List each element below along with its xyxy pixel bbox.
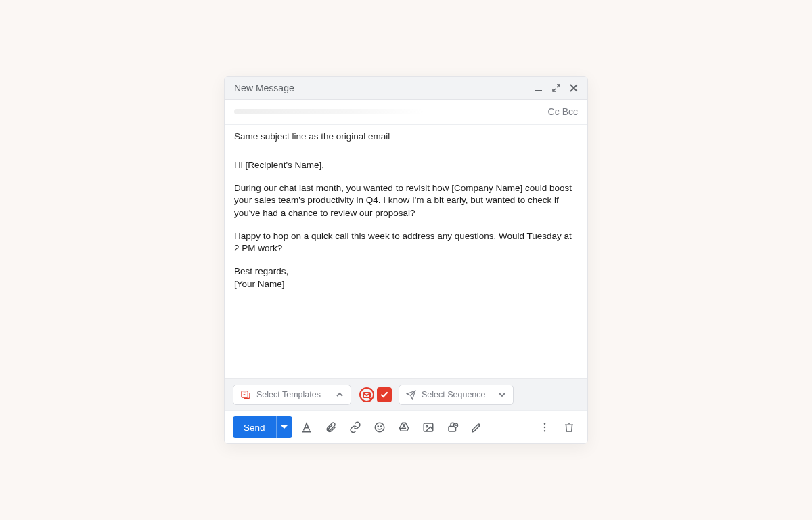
text-format-icon[interactable] — [296, 417, 317, 437]
trash-icon[interactable] — [559, 417, 579, 437]
expand-icon[interactable] — [552, 84, 560, 92]
recipient-placeholder — [234, 109, 424, 114]
send-group: Send — [233, 416, 292, 438]
sequence-label: Select Sequence — [422, 390, 486, 399]
svg-point-6 — [378, 426, 378, 427]
confidential-icon[interactable] — [443, 417, 463, 437]
body-signoff: Best regards, [Your Name] — [234, 265, 578, 290]
compose-toolbar: Send — [225, 410, 587, 443]
send-button[interactable]: Send — [233, 416, 276, 438]
sequence-icon — [406, 390, 416, 400]
svg-point-13 — [544, 427, 546, 429]
check-badge-icon[interactable] — [377, 387, 392, 402]
link-icon[interactable] — [345, 417, 365, 437]
extension-toolbar: Select Templates Select Sequence — [225, 378, 587, 410]
window-controls — [535, 84, 578, 92]
cc-button[interactable]: Cc — [548, 106, 560, 117]
window-title: New Message — [234, 83, 294, 93]
select-sequence-button[interactable]: Select Sequence — [399, 385, 514, 405]
svg-point-12 — [544, 422, 546, 425]
subject-input[interactable] — [234, 131, 578, 142]
email-tracking-icon[interactable] — [358, 386, 376, 404]
attach-icon[interactable] — [321, 417, 341, 437]
body-paragraph-1: During our chat last month, you wanted t… — [234, 182, 578, 219]
image-icon[interactable] — [418, 417, 438, 437]
chevron-down-icon — [498, 391, 506, 399]
recipients-row[interactable]: Cc Bcc — [225, 100, 587, 124]
subject-row — [225, 124, 587, 148]
templates-label: Select Templates — [256, 390, 321, 399]
chevron-up-icon — [336, 391, 344, 399]
svg-point-9 — [426, 425, 427, 427]
emoji-icon[interactable] — [369, 417, 390, 437]
bcc-button[interactable]: Bcc — [562, 106, 578, 117]
send-more-button[interactable] — [276, 416, 292, 438]
close-icon[interactable] — [570, 84, 578, 92]
titlebar: New Message — [225, 77, 587, 100]
compose-window: New Message Cc Bcc Hi [Recipient' — [224, 76, 588, 444]
body-greeting: Hi [Recipient's Name], — [234, 159, 578, 171]
minimize-icon[interactable] — [535, 84, 543, 92]
email-body[interactable]: Hi [Recipient's Name], During our chat l… — [225, 148, 587, 378]
signature-icon[interactable] — [467, 417, 487, 437]
template-icon — [240, 389, 251, 400]
more-options-icon[interactable] — [535, 417, 555, 437]
select-templates-button[interactable]: Select Templates — [233, 385, 351, 405]
body-paragraph-2: Happy to hop on a quick call this week t… — [234, 230, 578, 255]
svg-point-7 — [380, 426, 381, 427]
tracking-badges — [358, 386, 392, 404]
svg-rect-0 — [535, 90, 542, 91]
svg-point-5 — [375, 422, 384, 432]
svg-point-14 — [544, 430, 546, 432]
svg-rect-4 — [302, 431, 311, 433]
drive-icon[interactable] — [394, 417, 414, 437]
